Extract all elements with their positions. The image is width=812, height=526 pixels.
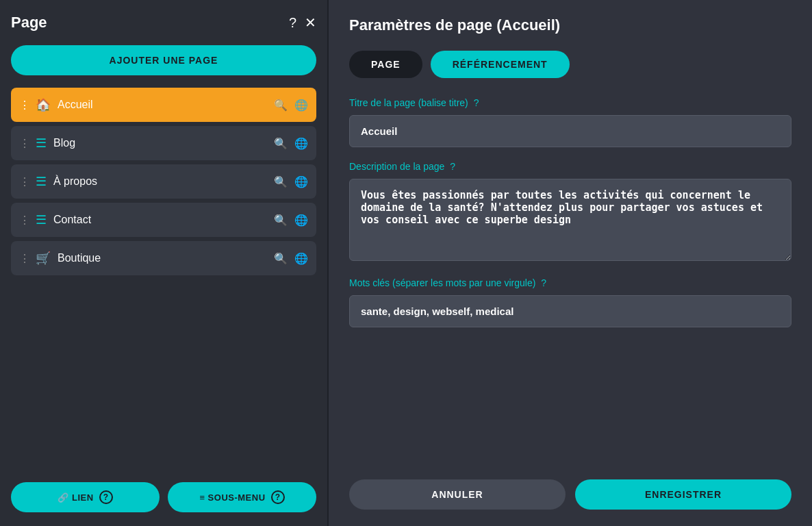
globe-icon-accueil[interactable]: 🌐 <box>294 99 308 112</box>
search-icon-apropos[interactable]: 🔍 <box>274 175 288 188</box>
annuler-button[interactable]: ANNULER <box>349 479 566 510</box>
drag-handle-boutique: ⋮ <box>19 252 30 265</box>
motscles-label: Mots clés (séparer les mots par une virg… <box>349 277 791 288</box>
drag-handle-apropos: ⋮ <box>19 175 30 188</box>
left-footer: 🔗 LIEN ? ≡ SOUS-MENU ? <box>11 482 316 512</box>
drag-handle-accueil: ⋮ <box>19 99 30 112</box>
help-icon[interactable]: ? <box>289 15 296 31</box>
drag-handle-blog: ⋮ <box>19 137 30 150</box>
page-actions-apropos: 🔍 🌐 <box>274 175 308 188</box>
page-label-boutique: Boutique <box>58 252 274 264</box>
motscles-help-icon[interactable]: ? <box>541 277 546 288</box>
page-item-boutique[interactable]: ⋮ 🛒 Boutique 🔍 🌐 <box>11 241 316 275</box>
page-item-apropos[interactable]: ⋮ ☰ À propos 🔍 🌐 <box>11 164 316 199</box>
page-item-blog[interactable]: ⋮ ☰ Blog 🔍 🌐 <box>11 126 316 160</box>
motscles-field-group: Mots clés (séparer les mots par une virg… <box>349 277 791 327</box>
page-actions-accueil: 🔍 🌐 <box>274 99 308 112</box>
titre-field-group: Titre de la page (balise titre) ? <box>349 97 791 147</box>
page-item-accueil[interactable]: ⋮ 🏠 Accueil 🔍 🌐 <box>11 88 316 122</box>
sousmenu-help-icon[interactable]: ? <box>271 490 285 504</box>
close-icon[interactable]: ✕ <box>305 14 316 31</box>
sousmenu-label: ≡ SOUS-MENU <box>199 492 265 503</box>
page-label-contact: Contact <box>53 214 274 226</box>
globe-icon-contact[interactable]: 🌐 <box>294 214 308 227</box>
page-list: ⋮ 🏠 Accueil 🔍 🌐 ⋮ ☰ Blog 🔍 🌐 ⋮ ☰ À propo… <box>11 88 316 471</box>
tab-page[interactable]: PAGE <box>349 51 422 78</box>
search-icon-accueil[interactable]: 🔍 <box>274 99 288 112</box>
motscles-input[interactable] <box>349 295 791 327</box>
page-actions-blog: 🔍 🌐 <box>274 137 308 150</box>
description-textarea[interactable] <box>349 179 791 261</box>
lien-button[interactable]: 🔗 LIEN ? <box>11 482 160 512</box>
sousmenu-button[interactable]: ≡ SOUS-MENU ? <box>168 482 316 512</box>
description-label: Description de la page ? <box>349 161 791 172</box>
page-actions-contact: 🔍 🌐 <box>274 214 308 227</box>
titre-input[interactable] <box>349 115 791 147</box>
tab-referencement[interactable]: RÉFÉRENCEMENT <box>431 51 570 78</box>
page-icon-contact: ☰ <box>36 212 47 227</box>
right-footer: ANNULER ENREGISTRER <box>349 468 791 510</box>
description-help-icon[interactable]: ? <box>450 161 455 172</box>
globe-icon-blog[interactable]: 🌐 <box>294 137 308 150</box>
globe-icon-boutique[interactable]: 🌐 <box>294 252 308 265</box>
page-item-contact[interactable]: ⋮ ☰ Contact 🔍 🌐 <box>11 203 316 237</box>
search-icon-boutique[interactable]: 🔍 <box>274 252 288 265</box>
enregistrer-button[interactable]: ENREGISTRER <box>575 479 791 510</box>
page-label-blog: Blog <box>53 137 274 149</box>
tab-bar: PAGE RÉFÉRENCEMENT <box>349 51 791 78</box>
right-panel: Paramètres de page (Accueil) PAGE RÉFÉRE… <box>329 0 812 526</box>
right-panel-title: Paramètres de page (Accueil) <box>349 16 791 34</box>
page-label-accueil: Accueil <box>58 99 274 111</box>
page-icon-apropos: ☰ <box>36 174 47 189</box>
page-icon-blog: ☰ <box>36 136 47 151</box>
panel-header-icons: ? ✕ <box>289 14 316 31</box>
description-field-group: Description de la page ? <box>349 161 791 264</box>
lien-label: 🔗 LIEN <box>58 492 93 503</box>
search-icon-contact[interactable]: 🔍 <box>274 214 288 227</box>
panel-header: Page ? ✕ <box>11 14 316 32</box>
titre-help-icon[interactable]: ? <box>474 97 479 108</box>
search-icon-blog[interactable]: 🔍 <box>274 137 288 150</box>
drag-handle-contact: ⋮ <box>19 214 30 227</box>
page-actions-boutique: 🔍 🌐 <box>274 252 308 265</box>
page-label-apropos: À propos <box>53 175 274 188</box>
panel-title: Page <box>11 14 47 32</box>
globe-icon-apropos[interactable]: 🌐 <box>294 175 308 188</box>
add-page-button[interactable]: AJOUTER UNE PAGE <box>11 45 316 75</box>
titre-label: Titre de la page (balise titre) ? <box>349 97 791 108</box>
lien-help-icon[interactable]: ? <box>99 490 113 504</box>
left-panel: Page ? ✕ AJOUTER UNE PAGE ⋮ 🏠 Accueil 🔍 … <box>0 0 329 526</box>
page-icon-boutique: 🛒 <box>36 251 51 266</box>
page-icon-accueil: 🏠 <box>36 97 51 112</box>
